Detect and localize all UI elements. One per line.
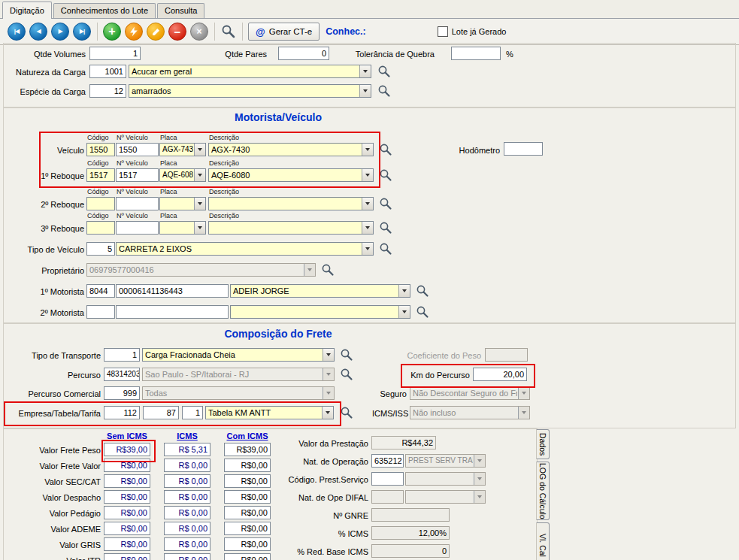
nat-operacao-codigo-field[interactable]: 635212 [371, 454, 404, 468]
valor-despacho-sem-field[interactable]: R$0,00 [104, 490, 150, 504]
veiculo-num-field[interactable]: 1550 [116, 143, 159, 156]
side-tab-vl-cal[interactable]: Vl. Cal [536, 522, 550, 560]
tipo-transporte-search-icon[interactable] [340, 348, 353, 362]
veiculo-search-icon[interactable] [379, 143, 392, 156]
valor-frete-peso-sem-field[interactable]: R$39,00 [104, 443, 150, 456]
add-record-button[interactable]: + [103, 23, 121, 41]
valor-frete-peso-com-field[interactable]: R$39,00 [224, 443, 271, 456]
valor-frete-valor-sem-field[interactable]: R$0,00 [104, 459, 150, 472]
cancel-button[interactable]: × [190, 23, 208, 41]
valor-sec-cat-sem-field[interactable]: R$0,00 [104, 474, 150, 488]
tab-consulta[interactable]: Consulta [157, 3, 204, 18]
valor-sec-cat-com-field[interactable]: R$0,00 [224, 474, 271, 488]
motorista2-doc-field[interactable] [116, 305, 229, 319]
gnre-field[interactable] [371, 508, 450, 522]
reboque2-num-field[interactable] [116, 197, 159, 210]
tipo-veiculo-codigo-field[interactable]: 5 [86, 242, 115, 256]
valor-pedagio-sem-field[interactable]: R$0,00 [104, 506, 150, 519]
tarifa-search-icon[interactable] [340, 406, 353, 419]
valor-despacho-icms-field[interactable]: R$ 0,00 [164, 490, 210, 504]
hodometro-field[interactable] [504, 142, 543, 156]
proprietario-select[interactable]: 06979577000416 [86, 263, 316, 277]
reboque3-codigo-field[interactable] [86, 221, 115, 235]
valor-frete-peso-icms-field[interactable]: R$ 5,31 [164, 443, 210, 456]
side-tab-dados[interactable]: Dados [536, 429, 550, 459]
codigo-prest-servico-field[interactable] [371, 472, 404, 486]
reboque1-search-icon[interactable] [379, 168, 392, 182]
valor-gris-icms-field[interactable]: R$ 0,00 [164, 537, 210, 551]
search-icon[interactable] [220, 23, 237, 40]
tipo-veiculo-select[interactable]: CARRETA 2 EIXOS [116, 242, 374, 256]
edit-pencil-button[interactable] [147, 23, 165, 41]
valor-despacho-com-field[interactable]: R$0,00 [224, 490, 271, 504]
valor-gris-com-field[interactable]: R$0,00 [224, 537, 271, 551]
reboque3-search-icon[interactable] [379, 221, 392, 235]
reboque2-codigo-field[interactable] [86, 197, 115, 210]
empresa-field[interactable]: 112 [104, 406, 140, 419]
valor-frete-valor-icms-field[interactable]: R$ 0,00 [164, 459, 210, 472]
km-percurso-field[interactable]: 20,00 [473, 368, 527, 381]
percurso-comercial-codigo-field[interactable]: 999 [104, 386, 140, 400]
lightning-button[interactable] [125, 23, 143, 41]
reboque3-num-field[interactable] [116, 221, 159, 235]
veiculo-codigo-field[interactable]: 1550 [86, 143, 115, 156]
valor-ademe-icms-field[interactable]: R$ 0,00 [164, 522, 210, 535]
tab-conhecimentos-do-lote[interactable]: Conhecimentos do Lote [53, 3, 156, 18]
valor-pedagio-com-field[interactable]: R$0,00 [224, 506, 271, 519]
valor-sec-cat-icms-field[interactable]: R$ 0,00 [164, 474, 210, 488]
especie-carga-select[interactable]: amarrados [129, 84, 371, 98]
motorista1-codigo-field[interactable]: 8044 [86, 284, 115, 298]
percurso-search-icon[interactable] [340, 368, 353, 381]
nav-last-button[interactable]: ▶| [73, 23, 91, 41]
motorista1-doc-field[interactable]: 00006141136443 [116, 284, 229, 298]
nav-first-button[interactable]: |◀ [8, 23, 26, 41]
valor-itr-com-field[interactable]: R$0,00 [224, 553, 271, 560]
valor-ademe-sem-field[interactable]: R$0,00 [104, 522, 150, 535]
motorista2-nome-select[interactable] [230, 305, 410, 319]
motorista2-codigo-field[interactable] [86, 305, 115, 319]
veiculo-placa-select[interactable]: AGX-7430 [159, 143, 206, 156]
reboque3-descricao-select[interactable] [208, 221, 374, 235]
reboque2-search-icon[interactable] [379, 197, 392, 210]
reboque2-placa-select[interactable] [159, 197, 206, 210]
valor-itr-icms-field[interactable]: R$ 0,00 [164, 553, 210, 560]
natureza-search-icon[interactable] [377, 65, 391, 78]
nav-next-button[interactable]: ▶ [51, 23, 69, 41]
gerar-cte-button[interactable]: @ Gerar CT-e [248, 23, 320, 41]
veiculo-descricao-select[interactable]: AGX-7430 [208, 143, 374, 156]
tolerancia-quebra-field[interactable] [451, 47, 501, 60]
valor-pedagio-icms-field[interactable]: R$ 0,00 [164, 506, 210, 519]
tabela-field[interactable]: 87 [143, 406, 179, 419]
valor-frete-valor-com-field[interactable]: R$0,00 [224, 459, 271, 472]
motorista1-search-icon[interactable] [416, 284, 429, 298]
lote-ja-gerado-checkbox[interactable]: Lote já Gerado [438, 26, 507, 37]
proprietario-search-icon[interactable] [321, 263, 335, 277]
delete-record-button[interactable]: − [168, 23, 186, 41]
tarifa-field[interactable]: 1 [182, 406, 203, 419]
tipo-transporte-codigo-field[interactable]: 1 [104, 348, 140, 362]
reboque3-placa-select[interactable] [159, 221, 206, 235]
reboque2-descricao-select[interactable] [208, 197, 374, 210]
valor-itr-sem-field[interactable]: R$0,00 [104, 553, 150, 560]
motorista1-nome-select[interactable]: ADEIR JORGE [230, 284, 410, 298]
reboque1-placa-select[interactable]: AQE-6080 [159, 168, 206, 182]
natureza-carga-select[interactable]: Acucar em geral [129, 65, 371, 78]
nav-prev-button[interactable]: ◀ [29, 23, 47, 41]
tipo-veiculo-search-icon[interactable] [379, 242, 392, 256]
reboque1-codigo-field[interactable]: 1517 [86, 168, 115, 182]
reboque1-descricao-select[interactable]: AQE-6080 [208, 168, 374, 182]
percurso-codigo-field[interactable]: 48314203 [104, 368, 140, 381]
reboque1-num-field[interactable]: 1517 [116, 168, 159, 182]
especie-carga-codigo-field[interactable]: 12 [89, 84, 126, 98]
especie-search-icon[interactable] [377, 84, 391, 98]
qtde-volumes-field[interactable]: 1 [89, 47, 141, 60]
side-tab-log-do-calculo[interactable]: LOG do Cálculo [536, 462, 550, 520]
tab-digitacao[interactable]: Digitação [2, 2, 52, 19]
valor-ademe-com-field[interactable]: R$0,00 [224, 522, 271, 535]
qtde-pares-field[interactable]: 0 [278, 47, 329, 60]
tipo-transporte-select[interactable]: Carga Fracionada Cheia [142, 348, 335, 362]
tarifa-select[interactable]: Tabela KM ANTT [205, 406, 334, 419]
motorista2-search-icon[interactable] [416, 305, 429, 319]
valor-gris-sem-field[interactable]: R$0,00 [104, 537, 150, 551]
natureza-carga-codigo-field[interactable]: 1001 [89, 65, 126, 78]
